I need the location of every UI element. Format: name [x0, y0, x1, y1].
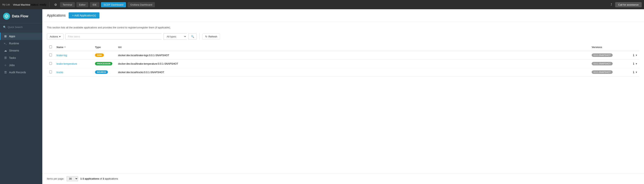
pagination-range: 1-3 applications	[80, 177, 99, 180]
separator	[200, 33, 200, 40]
row-checkbox	[47, 68, 54, 76]
row-type: SINK	[93, 51, 116, 60]
separator	[50, 2, 50, 7]
add-application-button[interactable]: + Add Application(s)	[69, 12, 100, 19]
table-body: brake-log SINK docker:dev.local/brake-lo…	[47, 51, 640, 76]
gear-button[interactable]: ⚙	[53, 2, 58, 7]
header-uri: Uri	[116, 44, 589, 51]
expand-button[interactable]: ▾	[636, 71, 637, 74]
header-actions	[624, 44, 640, 51]
nav-terminal[interactable]: Terminal	[60, 2, 75, 7]
audit-icon: ☰	[4, 71, 7, 74]
row-versions: 0.0.1-SNAPSHOT	[589, 51, 624, 60]
jobs-icon: ○	[4, 63, 7, 67]
refresh-button[interactable]: ↻ Refresh	[202, 34, 220, 40]
row-uri: docker:dev.local/brake-temperature:0.0.1…	[116, 59, 589, 68]
table-header-row: Name ⇕ Type Uri Versions	[47, 44, 640, 51]
row-type: SOURCE	[93, 68, 116, 76]
search-input[interactable]	[8, 26, 39, 29]
runtime-icon: >_	[4, 42, 7, 45]
name-header-label: Name	[56, 46, 63, 49]
svg-point-2	[6, 16, 7, 17]
sidebar: Data Flow 🔍 ⊞ Apps >_ Runtime ☁ Streams …	[0, 9, 42, 184]
type-select[interactable]: All types Source Processor Sink Task App	[164, 33, 186, 40]
row-type: PROCESSOR	[93, 59, 116, 68]
sidebar-item-apps[interactable]: ⊞ Apps	[0, 33, 42, 40]
table-row: trucks SOURCE docker:dev.local/trucks:0.…	[47, 68, 640, 76]
header-type: Type	[93, 44, 116, 51]
refresh-label: Refresh	[208, 35, 217, 38]
sidebar-logo: Data Flow	[0, 9, 42, 23]
lab-label: My Lab	[2, 3, 10, 6]
type-badge: SINK	[95, 53, 104, 57]
machine-name: Virtual Machine	[13, 3, 30, 6]
version-badge: 0.0.1-SNAPSHOT	[592, 62, 613, 65]
sidebar-item-tasks[interactable]: ☰ Tasks	[0, 54, 42, 61]
tasks-icon: ☰	[4, 56, 7, 60]
info-button[interactable]: ℹ	[633, 70, 634, 74]
nav-ide[interactable]: IDE	[90, 2, 100, 7]
version-badge: 0.0.1-SNAPSHOT	[592, 53, 613, 57]
logo-icon	[3, 13, 10, 20]
row-select-checkbox[interactable]	[49, 62, 52, 65]
header-name[interactable]: Name ⇕	[54, 44, 93, 51]
app-name-link[interactable]: brake-temperature	[56, 62, 77, 65]
header-checkbox	[47, 44, 54, 51]
sidebar-item-label-runtime: Runtime	[9, 42, 19, 45]
actions-button[interactable]: Actions ▾	[47, 34, 64, 40]
actions-chevron-icon: ▾	[59, 35, 60, 38]
type-badge: SOURCE	[95, 70, 108, 74]
row-select-checkbox[interactable]	[49, 71, 52, 73]
app-name-link[interactable]: trucks	[56, 71, 63, 74]
external-link-button[interactable]: ⤴	[609, 2, 614, 7]
sidebar-item-label-audit: Audit Records	[9, 71, 26, 74]
streams-icon: ☁	[4, 49, 7, 52]
nav-grafana-dashboard[interactable]: Grafana Dashboard	[128, 2, 155, 7]
sidebar-item-runtime[interactable]: >_ Runtime	[0, 40, 42, 47]
expand-button[interactable]: ▾	[636, 54, 637, 57]
call-assistance-button[interactable]: Call for assistance	[615, 2, 642, 7]
sidebar-item-streams[interactable]: ☁ Streams	[0, 47, 42, 54]
sidebar-item-label-streams: Streams	[9, 49, 19, 52]
search-icon: 🔍	[3, 26, 6, 29]
sidebar-item-jobs[interactable]: ○ Jobs	[0, 61, 42, 69]
per-page-select[interactable]: 30 50 100	[66, 176, 78, 181]
table-row: brake-temperature PROCESSOR docker:dev.l…	[47, 59, 640, 68]
search-bar[interactable]: 🔍	[0, 23, 42, 31]
page-header: Applications + Add Application(s)	[42, 9, 644, 22]
row-versions: 0.0.1-SNAPSHOT	[589, 68, 624, 76]
table-footer: items per page: 30 50 100 1-3 applicatio…	[42, 173, 644, 184]
machine-status: status: ready	[31, 3, 46, 6]
sidebar-item-label-tasks: Tasks	[9, 56, 16, 59]
row-action-buttons: ℹ ▾	[624, 51, 640, 60]
per-page-label: items per page:	[47, 177, 64, 180]
table-row: brake-log SINK docker:dev.local/brake-lo…	[47, 51, 640, 60]
row-name: brake-temperature	[54, 59, 93, 68]
nav-editor[interactable]: Editor	[76, 2, 88, 7]
sidebar-item-label-jobs: Jobs	[9, 64, 15, 67]
info-button[interactable]: ℹ	[633, 62, 634, 66]
refresh-icon: ↻	[205, 35, 207, 38]
row-versions: 0.0.1-SNAPSHOT	[589, 59, 624, 68]
row-uri: docker:dev.local/brake-logs:0.0.1-SNAPSH…	[116, 51, 589, 60]
nav-scdf-dashboard[interactable]: SCDF Dashboard	[101, 2, 126, 7]
info-button[interactable]: ℹ	[633, 53, 634, 57]
filter-input[interactable]	[66, 34, 162, 40]
row-name: trucks	[54, 68, 93, 76]
applications-table: Name ⇕ Type Uri Versions brake-	[47, 44, 640, 76]
pagination-total: 3	[103, 177, 104, 180]
content-area: Applications + Add Application(s) This s…	[42, 9, 644, 184]
search-button[interactable]: 🔍	[188, 34, 197, 40]
main-layout: Data Flow 🔍 ⊞ Apps >_ Runtime ☁ Streams …	[0, 9, 644, 184]
app-name-link[interactable]: brake-log	[56, 54, 67, 57]
row-select-checkbox[interactable]	[49, 54, 52, 56]
sidebar-item-audit-records[interactable]: ☰ Audit Records	[0, 69, 42, 76]
top-bar: My Lab Virtual Machine status: ready ⚙ T…	[0, 0, 644, 9]
search-icon: 🔍	[191, 35, 194, 38]
select-all-checkbox[interactable]	[49, 46, 52, 48]
actions-label: Actions	[50, 35, 58, 38]
sidebar-nav: ⊞ Apps >_ Runtime ☁ Streams ☰ Tasks ○ Jo…	[0, 31, 42, 77]
expand-button[interactable]: ▾	[636, 62, 637, 65]
row-uri: docker:dev.local/trucks:0.0.1-SNAPSHOT	[116, 68, 589, 76]
row-checkbox	[47, 51, 54, 60]
